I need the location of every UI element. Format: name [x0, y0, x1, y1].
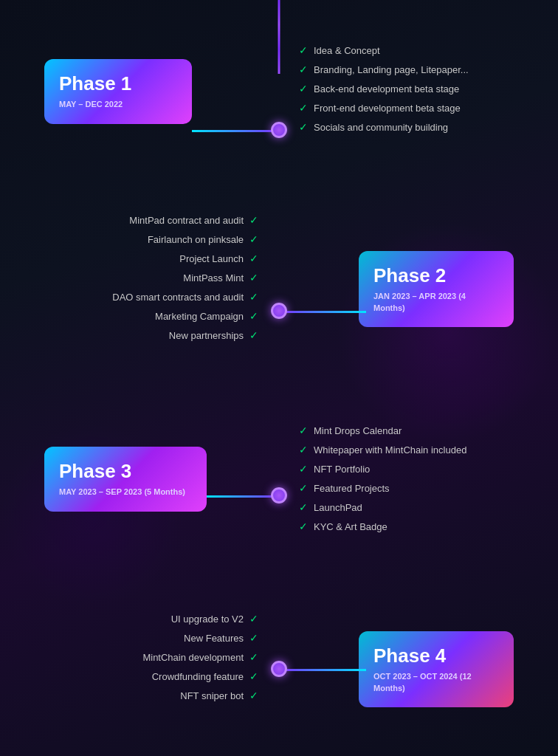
- phase1-node: [271, 122, 287, 138]
- phase4-items: ✓UI upgrade to V2 ✓New Features ✓MintCha…: [44, 609, 258, 705]
- check-icon: ✓: [249, 670, 258, 682]
- phase3-node: [271, 487, 287, 504]
- check-icon: ✓: [249, 310, 258, 322]
- phase4-connector: [279, 669, 366, 671]
- list-item: ✓Whitepaper with MintChain included: [299, 440, 528, 459]
- list-item: ✓MintChain development: [44, 647, 258, 667]
- phase3-date: MAY 2023 – SEP 2023 (5 Months): [59, 487, 192, 498]
- list-item: ✓MintPass Mint: [44, 268, 258, 287]
- check-icon: ✓: [249, 214, 258, 226]
- list-item: ✓Mint Drops Calendar: [299, 421, 528, 440]
- list-item: ✓Crowdfunding feature: [44, 667, 258, 686]
- list-item: ✓Fairlaunch on pinksale: [44, 230, 258, 249]
- check-icon: ✓: [249, 632, 258, 644]
- list-item: ✓Project Launch: [44, 249, 258, 268]
- phase2-title: Phase 2: [373, 264, 499, 287]
- list-item: ✓Socials and community building: [299, 117, 535, 137]
- list-item: ✓NFT Portfolio: [299, 459, 528, 478]
- phase4-date: OCT 2023 – OCT 2024 (12 Months): [373, 671, 499, 694]
- list-item: ✓Back-end development beta stage: [299, 79, 535, 98]
- phase2-connector: [279, 311, 366, 313]
- check-icon: ✓: [299, 63, 308, 75]
- check-icon: ✓: [299, 501, 308, 513]
- phase3-items: ✓Mint Drops Calendar ✓Whitepaper with Mi…: [299, 421, 528, 536]
- phase3-block: Phase 3 MAY 2023 – SEP 2023 (5 Months): [44, 447, 207, 512]
- check-icon: ✓: [299, 121, 308, 133]
- check-icon: ✓: [249, 651, 258, 663]
- check-icon: ✓: [249, 690, 258, 701]
- list-item: ✓DAO smart contracts and audit: [44, 287, 258, 306]
- check-icon: ✓: [249, 233, 258, 245]
- list-item: ✓New Features: [44, 628, 258, 647]
- check-icon: ✓: [249, 329, 258, 341]
- phase2-items: ✓MintPad contract and audit ✓Fairlaunch …: [44, 210, 258, 345]
- list-item: ✓Marketing Campaign: [44, 306, 258, 326]
- phase4-title: Phase 4: [373, 645, 499, 667]
- list-item: ✓NFT sniper bot: [44, 686, 258, 705]
- check-icon: ✓: [249, 613, 258, 625]
- check-icon: ✓: [299, 463, 308, 475]
- phase1-date: MAY – DEC 2022: [59, 99, 177, 110]
- check-icon: ✓: [299, 83, 308, 94]
- check-icon: ✓: [299, 44, 308, 56]
- check-icon: ✓: [299, 482, 308, 494]
- list-item: ✓UI upgrade to V2: [44, 609, 258, 628]
- check-icon: ✓: [249, 252, 258, 264]
- phase1-items: ✓Idea & Concept ✓Branding, Landing page,…: [299, 41, 535, 137]
- phase4-block: Phase 4 OCT 2023 – OCT 2024 (12 Months): [359, 631, 514, 707]
- check-icon: ✓: [299, 444, 308, 456]
- timeline-container: Phase 1 MAY – DEC 2022 ✓Idea & Concept ✓…: [0, 0, 558, 74]
- list-item: ✓Featured Projects: [299, 478, 528, 498]
- phase2-block: Phase 2 JAN 2023 – APR 2023 (4 Months): [359, 251, 514, 327]
- list-item: ✓Branding, Landing page, Litepaper...: [299, 60, 535, 79]
- check-icon: ✓: [299, 520, 308, 532]
- phase3-title: Phase 3: [59, 460, 192, 483]
- check-icon: ✓: [249, 272, 258, 284]
- phase4-node: [271, 661, 287, 677]
- check-icon: ✓: [249, 291, 258, 303]
- check-icon: ✓: [299, 425, 308, 436]
- phase2-node: [271, 303, 287, 319]
- phase2-date: JAN 2023 – APR 2023 (4 Months): [373, 291, 499, 314]
- phase1-connector: [192, 130, 279, 132]
- list-item: ✓New partnerships: [44, 326, 258, 345]
- phase1-title: Phase 1: [59, 72, 177, 95]
- list-item: ✓LaunchPad: [299, 498, 528, 517]
- list-item: ✓KYC & Art Badge: [299, 517, 528, 536]
- timeline-line: [278, 0, 280, 74]
- phase1-block: Phase 1 MAY – DEC 2022: [44, 59, 192, 124]
- check-icon: ✓: [299, 102, 308, 114]
- list-item: ✓Front-end development beta stage: [299, 98, 535, 117]
- list-item: ✓MintPad contract and audit: [44, 210, 258, 230]
- phase3-connector: [207, 495, 279, 498]
- list-item: ✓Idea & Concept: [299, 41, 535, 60]
